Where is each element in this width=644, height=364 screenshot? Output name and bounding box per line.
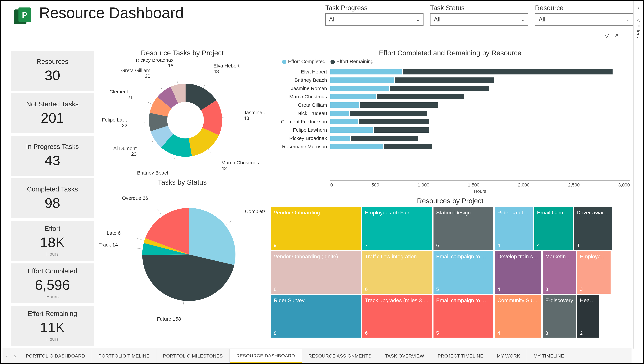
kpi-card[interactable]: Not Started Tasks 201 [11,93,94,133]
pie-slice-label: Overdue 66 [122,195,148,201]
chevron-down-icon: ⌄ [626,17,629,22]
kpi-card[interactable]: Effort Completed 6,596 Hours [11,264,94,303]
report-tab[interactable]: PORTFOLIO MILESTONES [156,349,230,363]
pie-slice-value: 18 [168,63,173,68]
kpi-card[interactable]: In Progress Tasks 43 [11,136,94,176]
bar-segment[interactable] [330,69,402,74]
treemap-cell-label: Employee … [580,254,608,260]
treemap-cell-value: 4 [537,242,540,248]
svg-line-7 [160,87,163,91]
bar-segment[interactable] [350,111,427,116]
filter-dropdown-2[interactable]: All ⌄ [535,13,633,26]
treemap-cell[interactable]: Rider Survey 8 [271,295,361,338]
legend-item[interactable]: Effort Completed [282,59,325,64]
report-tab[interactable]: TASK OVERVIEW [378,349,431,363]
treemap-cell[interactable]: Community Sur… 4 [495,295,541,338]
bar-xlabel: Hours [270,189,630,194]
treemap-cell-label: Community Sur… [497,297,539,304]
bar-segment[interactable] [403,69,612,74]
bar-category-label: Elva Hebert [270,68,330,76]
bar-segment[interactable] [330,144,383,149]
treemap-cell[interactable]: Email campaign to i… 5 [434,251,493,294]
report-tab[interactable]: RESOURCE DASHBOARD [230,349,302,363]
bar-category-label: Jasmine Roman [270,84,330,92]
filter-dropdown-0[interactable]: All ⌄ [325,13,423,26]
bar-segment[interactable] [330,78,394,83]
bar-segment[interactable] [395,78,494,83]
bar-segment[interactable] [390,86,489,91]
filter-label-1: Task Status [430,4,528,12]
treemap-cell[interactable]: Marketing … 3 [543,251,576,294]
treemap-cell[interactable]: Vendor Onboarding 9 [271,207,361,250]
bar-segment[interactable] [359,119,429,124]
svg-line-4 [151,140,155,143]
bar-segment[interactable] [330,102,359,108]
filter-label-0: Task Progress [325,4,423,12]
pie-slice-label: Brittney Beach [137,170,169,175]
report-tab[interactable]: PORTFOLIO DASHBOARD [19,349,92,363]
tab-prev[interactable]: ‹ [3,349,11,363]
tab-next[interactable]: › [11,349,19,363]
treemap-cell[interactable]: Track upgrades (miles 3 t… 6 [362,295,432,338]
report-tab[interactable]: MY TIMELINE [527,349,571,363]
report-tab[interactable]: RESOURCE ASSIGNMENTS [302,349,378,363]
pie-slice-label: Al Dumont [113,146,137,151]
treemap-cell[interactable]: Email campaign to i… 5 [434,295,493,338]
treemap-cell[interactable]: Employee … 3 [577,251,610,294]
treemap-cell[interactable]: E-discovery 3 [543,295,576,338]
bar-segment[interactable] [330,94,376,100]
bar-segment[interactable] [351,136,418,141]
treemap-cell-label: Marketing … [545,254,573,260]
treemap-cell[interactable]: Station Design 6 [434,207,493,250]
more-icon[interactable]: ··· [623,32,628,39]
bar-segment[interactable] [330,136,350,141]
bar-segment[interactable] [384,144,432,149]
treemap-cell[interactable]: Rider safety … 4 [495,207,533,250]
legend-item[interactable]: Effort Remaining [330,59,374,64]
chevron-down-icon: ⌄ [416,17,420,22]
treemap-cell[interactable]: Vendor Onboarding (Ignite) 8 [271,251,361,294]
treemap-title: Resources by Project [270,197,630,205]
export-icon[interactable]: ↗ [614,32,618,39]
bar-segment[interactable] [377,94,464,100]
kpi-card[interactable]: Effort Remaining 11K Hours [11,306,94,346]
treemap-cell-value: 6 [365,330,368,336]
treemap-cell-value: 5 [436,330,439,336]
bar-segment[interactable] [330,127,373,133]
treemap-cell-value: 3 [545,286,548,292]
bar-segment[interactable] [330,119,358,124]
treemap-cell-label: Station Design [436,210,491,216]
treemap-cell[interactable]: Email Camp… 4 [534,207,573,250]
pie-slice-value: 21 [127,94,133,100]
filters-pane-collapsed[interactable]: ‹ ◁ Filters [633,1,643,348]
bar-segment[interactable] [330,111,349,116]
treemap-cell[interactable]: Employee Job Fair 7 [362,207,432,250]
filter-dropdown-1[interactable]: All ⌄ [430,13,528,26]
filter-label-2: Resource [535,4,633,12]
funnel-icon[interactable]: ▽ [604,32,609,39]
kpi-label: Not Started Tasks [26,100,79,108]
kpi-label: Effort Remaining [28,310,77,318]
bar-category-label: Nick Trudeau [270,109,330,118]
bar-segment[interactable] [330,86,389,91]
treemap-cell[interactable]: Driver aware… 4 [574,207,612,250]
pie-slice-value: 43 [244,115,249,121]
bar-segment[interactable] [360,102,438,108]
treemap-cell[interactable]: Develop train s… 4 [495,251,541,294]
kpi-card[interactable]: Resources 30 [11,51,94,90]
report-tab[interactable]: MY WORK [490,349,527,363]
svg-line-11 [134,248,142,249]
kpi-card[interactable]: Completed Tasks 98 [11,178,94,218]
kpi-card[interactable]: Effort 18K Hours [11,221,94,261]
pie-slice-label: Elva Hebert [213,63,240,68]
treemap-cell[interactable]: Heat … 2 [577,295,599,338]
svg-line-13 [158,210,162,216]
pie-slice-label: Future 158 [157,316,181,322]
bar-segment[interactable] [374,127,429,133]
report-tab[interactable]: PORTFOLIO TIMELINE [92,349,156,363]
pie-slice-label: Late 6 [107,230,120,236]
report-tab[interactable]: PROJECT TIMELINE [431,349,490,363]
filters-pane-label: Filters [635,24,641,38]
bookmark-icon[interactable]: ◁ [637,17,640,22]
treemap-cell[interactable]: Traffic flow integration 6 [362,251,432,294]
